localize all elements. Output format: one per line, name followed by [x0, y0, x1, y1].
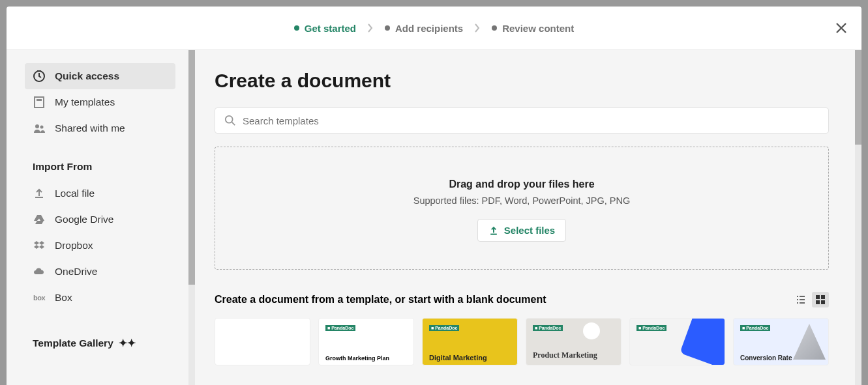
dropbox-icon: [33, 239, 46, 252]
step-review-content[interactable]: Review content: [492, 23, 574, 34]
template-blank[interactable]: [215, 318, 310, 365]
svg-rect-6: [816, 295, 820, 299]
search-box[interactable]: [215, 107, 829, 134]
svg-point-3: [35, 124, 39, 128]
sidebar-scrollbar[interactable]: [188, 50, 195, 385]
sidebar-item-google-drive[interactable]: Google Drive: [25, 207, 175, 233]
step-label: Review content: [502, 23, 574, 34]
templates-section-header: Create a document from a template, or st…: [215, 292, 829, 307]
close-icon: [835, 22, 847, 34]
sidebar-item-label: OneDrive: [55, 266, 97, 278]
sidebar-item-my-templates[interactable]: My templates: [25, 89, 175, 115]
svg-rect-2: [37, 99, 42, 101]
pandadoc-badge: ■ PandaDoc: [740, 325, 770, 331]
sidebar-item-label: Dropbox: [55, 240, 93, 251]
clock-icon: [33, 70, 46, 83]
template-title: Digital Marketing: [429, 354, 511, 362]
pandadoc-badge: ■ PandaDoc: [636, 325, 666, 331]
pandadoc-badge: ■ PandaDoc: [429, 325, 459, 331]
template-card[interactable]: ■ PandaDoc Growth Marketing Plan: [318, 318, 414, 365]
chevron-right-icon: [368, 23, 373, 33]
select-files-button[interactable]: Select files: [477, 219, 566, 242]
people-icon: [33, 122, 46, 135]
dropzone-subtitle: Supported files: PDF, Word, PowerPoint, …: [215, 195, 828, 206]
grid-icon: [815, 294, 826, 305]
box-icon: box: [33, 291, 46, 304]
onedrive-icon: [33, 265, 46, 278]
sidebar-item-local-file[interactable]: Local file: [25, 180, 175, 207]
svg-rect-8: [816, 300, 820, 304]
sidebar: Quick access My templates Shared with me…: [7, 50, 188, 385]
template-gallery-header[interactable]: Template Gallery ✦✦: [33, 337, 188, 349]
page-title: Create a document: [215, 70, 829, 92]
pandadoc-badge: ■ PandaDoc: [533, 325, 563, 331]
stepper-bar: Get started Add recipients Review conten…: [7, 7, 861, 50]
google-drive-icon: [33, 213, 46, 226]
sidebar-item-label: Shared with me: [55, 122, 125, 134]
template-card[interactable]: ■ PandaDoc Digital Marketing: [422, 318, 518, 365]
list-view-button[interactable]: [792, 292, 809, 307]
sidebar-item-label: Local file: [55, 188, 95, 199]
svg-point-5: [226, 116, 233, 123]
svg-rect-1: [35, 97, 44, 107]
sidebar-item-box[interactable]: box Box: [25, 285, 175, 311]
step-label: Get started: [305, 23, 356, 34]
template-title: Product Marketing: [533, 350, 614, 360]
step-get-started[interactable]: Get started: [294, 23, 356, 34]
template-title: Conversion Rate: [740, 354, 822, 362]
grid-view-button[interactable]: [812, 292, 829, 307]
upload-icon: [488, 225, 499, 236]
upload-icon: [33, 187, 46, 200]
svg-rect-7: [821, 295, 825, 299]
sidebar-item-label: Quick access: [55, 70, 119, 82]
create-document-modal: Get started Add recipients Review conten…: [7, 7, 861, 385]
templates-row: ■ PandaDoc Growth Marketing Plan ■ Panda…: [215, 318, 829, 365]
step-add-recipients[interactable]: Add recipients: [385, 23, 463, 34]
sidebar-item-onedrive[interactable]: OneDrive: [25, 259, 175, 285]
search-icon: [224, 115, 236, 126]
main-content: Create a document Drag and drop your fil…: [195, 50, 855, 385]
close-button[interactable]: [835, 22, 847, 34]
svg-rect-9: [821, 300, 825, 304]
template-card[interactable]: ■ PandaDoc Product Marketing: [526, 318, 621, 365]
file-dropzone[interactable]: Drag and drop your files here Supported …: [215, 147, 829, 270]
template-title: Growth Marketing Plan: [325, 355, 407, 362]
template-icon: [33, 96, 46, 109]
list-icon: [796, 294, 806, 305]
sidebar-item-label: Box: [55, 292, 72, 304]
template-card[interactable]: ■ PandaDoc Conversion Rate: [733, 318, 829, 365]
sidebar-item-label: My templates: [55, 96, 115, 108]
main-scrollbar[interactable]: [855, 50, 861, 385]
import-from-header: Import From: [33, 161, 188, 173]
dropzone-title: Drag and drop your files here: [215, 178, 828, 190]
sidebar-item-dropbox[interactable]: Dropbox: [25, 233, 175, 259]
step-label: Add recipients: [395, 23, 463, 34]
chevron-right-icon: [475, 23, 480, 33]
svg-point-4: [40, 126, 44, 129]
pandadoc-badge: ■ PandaDoc: [325, 325, 355, 331]
sidebar-item-quick-access[interactable]: Quick access: [25, 63, 175, 89]
sidebar-item-label: Google Drive: [55, 214, 113, 225]
sparkle-icon: ✦✦: [119, 337, 136, 349]
search-input[interactable]: [243, 115, 819, 126]
sidebar-item-shared-with-me[interactable]: Shared with me: [25, 115, 175, 141]
template-card[interactable]: ■ PandaDoc: [629, 318, 725, 365]
